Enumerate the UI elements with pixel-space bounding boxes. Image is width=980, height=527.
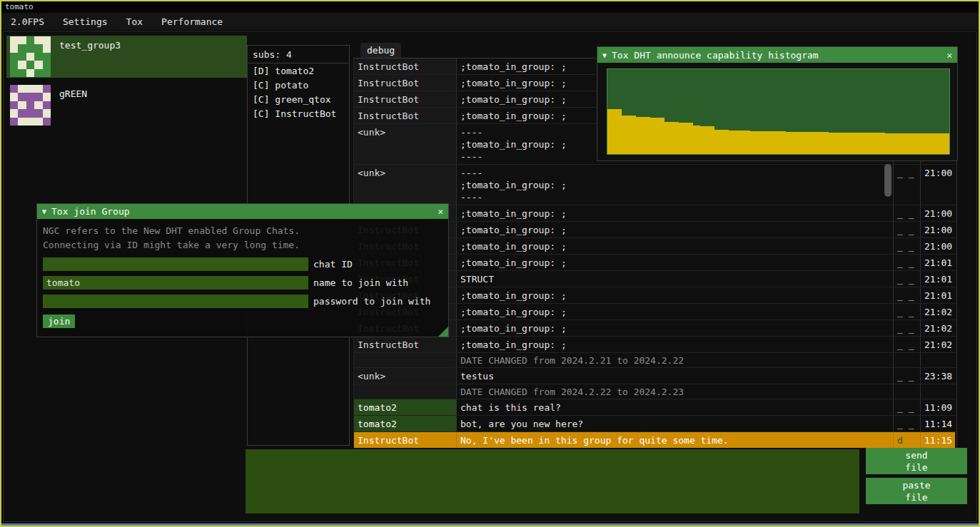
histogram-bar xyxy=(643,117,650,154)
message-row: InstructBotNo, I've been in this group f… xyxy=(354,432,956,448)
sender-name: InstructBot xyxy=(354,75,457,91)
join-name-row: name to join with xyxy=(43,276,443,290)
message-text: ----;tomato_in_group: ;---- xyxy=(457,165,894,205)
histogram-bar xyxy=(878,133,885,154)
histogram-window-titlebar[interactable]: ▼ Tox DHT announce capability histogram … xyxy=(597,47,957,63)
histogram-bar xyxy=(814,132,822,154)
send-file-button[interactable]: send file xyxy=(866,448,967,474)
histogram-bar xyxy=(622,116,629,154)
sender-name: <unk> xyxy=(354,124,457,164)
date-separator-row: DATE CHANGED from 2024.2.21 to 2024.2.22 xyxy=(354,353,956,368)
collapse-arrow-icon[interactable]: ▼ xyxy=(602,51,607,59)
histogram-bar xyxy=(899,133,906,154)
close-icon[interactable]: ✕ xyxy=(946,50,952,61)
join-password-label: password to join with xyxy=(313,296,430,307)
histogram-bar xyxy=(700,126,707,154)
date-changed-text: DATE CHANGED from 2024.2.21 to 2024.2.22 xyxy=(457,353,894,367)
subs-header: subs: 4 xyxy=(248,46,349,63)
message-flags: _ _ xyxy=(894,399,921,415)
paste-file-button[interactable]: paste file xyxy=(866,478,967,504)
message-time: 21:02 xyxy=(921,320,955,336)
message-input[interactable] xyxy=(246,449,859,513)
histogram-bar xyxy=(864,133,871,154)
join-name-label: name to join with xyxy=(313,277,408,288)
tab-debug[interactable]: debug xyxy=(360,43,401,58)
member-list-item[interactable]: [C] potato xyxy=(248,78,349,92)
histogram-bar xyxy=(607,109,615,154)
join-hint-line2: Connecting via ID might take a very long… xyxy=(43,238,443,252)
sender-name: InstructBot xyxy=(354,58,457,74)
histogram-bar xyxy=(722,130,729,155)
message-time: 21:02 xyxy=(921,337,955,352)
message-time: 21:00 xyxy=(921,222,955,237)
histogram-bar xyxy=(772,131,779,154)
chat-id-input[interactable] xyxy=(43,257,308,271)
message-row: <unk>----;tomato_in_group: ;----_ _21:00 xyxy=(354,165,956,205)
menu-item-tox[interactable]: Tox xyxy=(117,13,152,30)
message-flags: _ _ xyxy=(894,287,921,303)
menu-bar: 2.0FPSSettingsToxPerformance xyxy=(1,13,979,31)
message-flags: _ _ xyxy=(894,337,921,352)
histogram-bar xyxy=(764,131,772,154)
app-window: tomato 2.0FPSSettingsToxPerformance test… xyxy=(0,0,980,527)
histogram-bar xyxy=(829,133,836,154)
message-time: 21:00 xyxy=(921,205,955,221)
histogram-bar xyxy=(615,109,622,154)
resize-grip[interactable] xyxy=(438,327,448,337)
message-flags: _ _ xyxy=(894,368,921,384)
join-button[interactable]: join xyxy=(43,314,75,328)
menu-item-performance[interactable]: Performance xyxy=(152,13,232,30)
message-time: 11:15 xyxy=(921,432,955,448)
histogram-bar xyxy=(743,131,750,154)
message-text: STRUCT xyxy=(457,271,894,287)
histogram-bar xyxy=(871,133,878,154)
histogram-bar xyxy=(779,131,786,154)
collapse-arrow-icon[interactable]: ▼ xyxy=(42,208,46,215)
message-flags: _ _ xyxy=(894,205,921,221)
histogram-plot xyxy=(607,68,950,155)
histogram-bar xyxy=(822,132,829,154)
message-text: chat is this real? xyxy=(457,399,894,415)
join-password-row: password to join with xyxy=(43,295,443,308)
main-area: test_group3 gREEN subs: 4 [D] tomato2[C]… xyxy=(3,31,977,522)
histogram-bar xyxy=(921,133,928,154)
histogram-bar xyxy=(629,116,636,154)
menu-item-2-0fps[interactable]: 2.0FPS xyxy=(1,13,54,30)
join-password-input[interactable] xyxy=(43,295,308,308)
os-titlebar: tomato xyxy=(1,1,979,13)
group-item-green[interactable]: gREEN xyxy=(6,84,247,126)
histogram-bar xyxy=(665,122,672,154)
join-name-input[interactable] xyxy=(43,276,308,290)
message-time: 21:02 xyxy=(921,304,955,319)
message-time: 11:09 xyxy=(921,399,955,415)
join-window-titlebar[interactable]: ▼ Tox join Group ✕ xyxy=(37,204,448,219)
date-separator-row: DATE CHANGED from 2024.2.22 to 2024.2.23 xyxy=(354,384,956,399)
histogram-window-title: Tox DHT announce capability histogram xyxy=(612,50,941,61)
histogram-bar xyxy=(786,132,793,154)
message-flags: _ _ xyxy=(894,222,921,237)
chat-scrollbar-thumb[interactable] xyxy=(884,164,891,197)
message-time: 21:01 xyxy=(921,287,955,303)
histogram-bar xyxy=(849,133,857,154)
sender-name: tomato2 xyxy=(354,416,457,431)
member-list-item[interactable]: [C] InstructBot xyxy=(248,106,349,121)
member-list-item[interactable]: [C] green_qtox xyxy=(248,92,349,106)
histogram-bar xyxy=(800,132,807,154)
sender-name xyxy=(354,384,457,399)
menu-item-settings[interactable]: Settings xyxy=(54,13,117,30)
histogram-bar xyxy=(679,123,686,154)
member-list-item[interactable]: [D] tomato2 xyxy=(248,63,349,78)
histogram-bar xyxy=(857,133,864,154)
histogram-bar xyxy=(636,117,643,154)
message-flags: _ _ xyxy=(894,271,921,287)
message-time: 21:00 xyxy=(921,165,955,205)
histogram-bar xyxy=(729,131,736,154)
histogram-bar xyxy=(935,133,942,154)
message-flags: _ _ xyxy=(894,416,921,431)
close-icon[interactable]: ✕ xyxy=(438,206,443,217)
group-item-test_group3[interactable]: test_group3 xyxy=(6,36,247,78)
sender-name: <unk> xyxy=(354,165,457,205)
message-flags: _ _ xyxy=(894,304,921,319)
group-avatar xyxy=(10,36,51,77)
histogram-bar xyxy=(836,133,843,154)
